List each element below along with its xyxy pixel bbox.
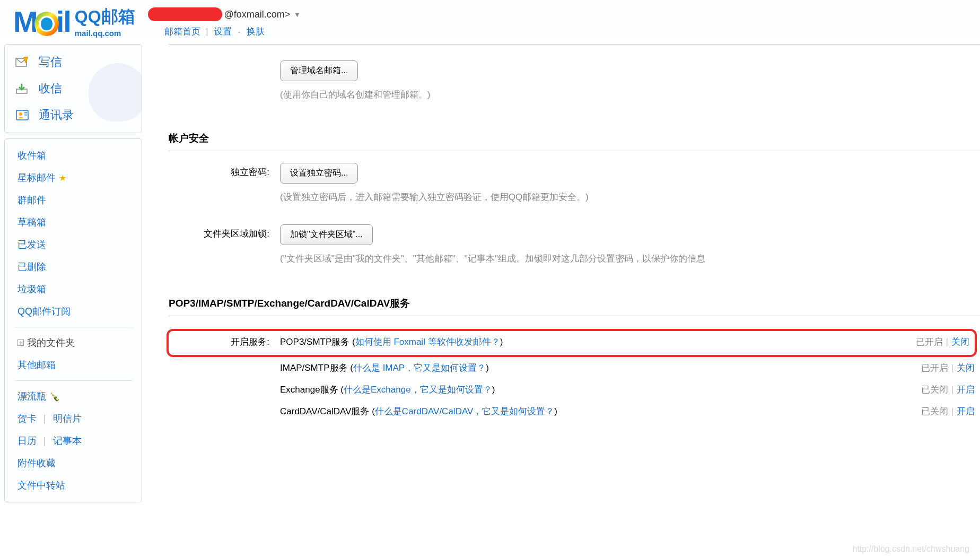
- service-row-exchange: Exchange服务 (什么是Exchange，它又是如何设置？) 已关闭|开启: [169, 379, 980, 401]
- sidebar-link-card[interactable]: 贺卡: [18, 413, 37, 424]
- sidebar-link-calendar[interactable]: 日历: [18, 436, 37, 446]
- compose-label: 写信: [39, 54, 62, 70]
- domain-mgmt-hint: (使用你自己的域名创建和管理邮箱。): [280, 89, 980, 101]
- manage-domain-button[interactable]: 管理域名邮箱...: [280, 60, 358, 81]
- nav-settings-link[interactable]: 设置: [214, 27, 232, 37]
- service-status: 已开启: [921, 363, 948, 373]
- compose-icon: [15, 56, 29, 68]
- service-row-pop3: 开启服务: POP3/SMTP服务 (如何使用 Foxmail 等软件收发邮件？…: [169, 333, 975, 351]
- logo-domain: mail.qq.com: [75, 29, 135, 38]
- service-action-link[interactable]: 开启: [957, 406, 975, 416]
- service-action-link[interactable]: 关闭: [951, 337, 969, 347]
- highlight-annotation: 开启服务: POP3/SMTP服务 (如何使用 Foxmail 等软件收发邮件？…: [167, 329, 977, 357]
- receive-button[interactable]: 收信: [5, 75, 142, 102]
- service-name: POP3/SMTP服务 (: [280, 337, 355, 347]
- logo-mail-icon: Mil: [13, 4, 71, 39]
- account-security-title: 帐户安全: [169, 112, 980, 151]
- sidebar-item-trash[interactable]: 垃圾箱: [5, 278, 142, 300]
- sidebar-item-myfolder[interactable]: +我的文件夹: [5, 332, 142, 354]
- header: Mil QQ邮箱 mail.qq.com @foxmail.com> ▼ 邮箱首…: [0, 0, 980, 39]
- sidebar-link-postcard[interactable]: 明信片: [53, 413, 82, 424]
- service-status: 已开启: [916, 337, 943, 347]
- sidebar-row-card: 贺卡 | 明信片: [5, 407, 142, 430]
- service-name: Exchange服务 (: [280, 385, 344, 395]
- contacts-label: 通讯录: [39, 107, 74, 123]
- services-label: 开启服务:: [169, 336, 280, 348]
- services-title: POP3/IMAP/SMTP/Exchange/CardDAV/CalDAV服务: [169, 276, 980, 316]
- sidebar-divider: [14, 327, 132, 327]
- top-divider: [169, 44, 980, 45]
- set-password-button[interactable]: 设置独立密码...: [280, 163, 358, 184]
- compose-button[interactable]: 写信: [5, 49, 142, 75]
- svg-rect-5: [24, 115, 27, 116]
- sidebar-item-deleted[interactable]: 已删除: [5, 256, 142, 278]
- nav-home-link[interactable]: 邮箱首页: [164, 27, 200, 37]
- service-status: 已关闭: [921, 385, 948, 395]
- expand-icon[interactable]: +: [18, 340, 24, 346]
- contacts-icon: [15, 109, 29, 121]
- header-right: @foxmail.com> ▼ 邮箱首页 | 设置 - 换肤: [146, 4, 301, 38]
- sidebar-link-notepad[interactable]: 记事本: [53, 436, 82, 446]
- svg-rect-4: [24, 112, 27, 114]
- service-help-link[interactable]: 什么是 IMAP，它又是如何设置？: [353, 363, 486, 373]
- sidebar-actions-box: 写信 收信 通讯录: [4, 44, 142, 133]
- chevron-down-icon[interactable]: ▼: [293, 10, 301, 19]
- folder-lock-label: 文件夹区域加锁:: [169, 224, 280, 240]
- redacted-name: [148, 7, 222, 21]
- service-help-link[interactable]: 什么是Exchange，它又是如何设置？: [344, 385, 492, 395]
- folder-lock-row: 文件夹区域加锁: 加锁"文件夹区域"... ("文件夹区域"是由"我的文件夹"、…: [169, 224, 980, 265]
- sidebar: 写信 收信 通讯录 收件箱 星标邮件★ 群邮件 草稿箱 已发送 已删除: [4, 44, 142, 502]
- service-status: 已关闭: [921, 406, 948, 416]
- service-name: CardDAV/CalDAV服务 (: [280, 406, 375, 416]
- contacts-button[interactable]: 通讯录: [5, 102, 142, 128]
- password-hint: (设置独立密码后，进入邮箱需要输入独立密码验证，使用QQ邮箱更加安全。): [280, 191, 980, 203]
- sidebar-item-inbox[interactable]: 收件箱: [5, 144, 142, 167]
- star-icon: ★: [59, 173, 66, 183]
- password-row: 独立密码: 设置独立密码... (设置独立密码后，进入邮箱需要输入独立密码验证，…: [169, 163, 980, 203]
- user-email-line[interactable]: @foxmail.com> ▼: [146, 7, 301, 21]
- folder-lock-hint: ("文件夹区域"是由"我的文件夹"、"其他邮箱"、"记事本"组成。加锁即对这几部…: [280, 253, 980, 265]
- sidebar-item-drift[interactable]: 漂流瓶🍾: [5, 385, 142, 407]
- receive-icon: [15, 83, 29, 94]
- main-content: 管理域名邮箱... (使用你自己的域名创建和管理邮箱。) 帐户安全 独立密码: …: [142, 44, 980, 502]
- logo-qq-text: QQ邮箱: [75, 5, 135, 29]
- sidebar-row-calendar: 日历 | 记事本: [5, 430, 142, 452]
- service-help-link[interactable]: 如何使用 Foxmail 等软件收发邮件？: [355, 337, 500, 347]
- receive-label: 收信: [39, 81, 62, 97]
- sidebar-item-starred[interactable]: 星标邮件★: [5, 167, 142, 189]
- service-action-link[interactable]: 开启: [957, 385, 975, 395]
- domain-mgmt-row: 管理域名邮箱... (使用你自己的域名创建和管理邮箱。): [169, 60, 980, 101]
- sidebar-item-other-mailbox[interactable]: 其他邮箱: [5, 354, 142, 376]
- sidebar-folder-list: 收件箱 星标邮件★ 群邮件 草稿箱 已发送 已删除 垃圾箱 QQ邮件订阅 +我的…: [4, 138, 142, 502]
- service-action-link[interactable]: 关闭: [957, 363, 975, 373]
- bottle-icon: 🍾: [49, 391, 60, 402]
- sidebar-item-drafts[interactable]: 草稿箱: [5, 211, 142, 233]
- service-row-imap: IMAP/SMTP服务 (什么是 IMAP，它又是如何设置？) 已开启|关闭: [169, 357, 980, 379]
- lock-folder-button[interactable]: 加锁"文件夹区域"...: [280, 224, 373, 245]
- logo[interactable]: Mil QQ邮箱 mail.qq.com: [13, 4, 135, 39]
- sidebar-item-subscribe[interactable]: QQ邮件订阅: [5, 300, 142, 323]
- header-nav: 邮箱首页 | 设置 - 换肤: [146, 25, 301, 38]
- svg-point-3: [19, 112, 22, 116]
- sidebar-divider: [14, 380, 132, 381]
- sidebar-item-filestation[interactable]: 文件中转站: [5, 474, 142, 497]
- service-help-link[interactable]: 什么是CardDAV/CalDAV，它又是如何设置？: [375, 406, 554, 416]
- sidebar-item-sent[interactable]: 已发送: [5, 233, 142, 256]
- service-name: IMAP/SMTP服务 (: [280, 363, 353, 373]
- sidebar-item-attachments[interactable]: 附件收藏: [5, 452, 142, 474]
- service-row-carddav: CardDAV/CalDAV服务 (什么是CardDAV/CalDAV，它又是如…: [169, 401, 980, 422]
- email-suffix: @foxmail.com>: [224, 9, 291, 20]
- sidebar-item-group[interactable]: 群邮件: [5, 189, 142, 211]
- password-label: 独立密码:: [169, 163, 280, 178]
- nav-skin-link[interactable]: 换肤: [247, 27, 265, 37]
